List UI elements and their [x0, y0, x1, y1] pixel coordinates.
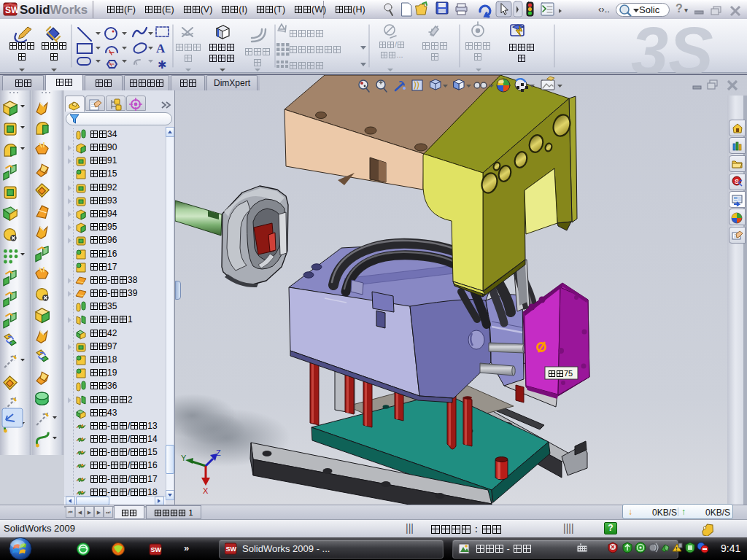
svg-text:SW: SW	[151, 546, 162, 553]
svg-text:S: S	[735, 178, 739, 185]
svg-text:Z: Z	[216, 448, 221, 457]
svg-text:X: X	[203, 486, 209, 495]
svg-text:✱: ✱	[158, 58, 167, 71]
svg-text:SW: SW	[226, 545, 237, 553]
svg-text:‹›..: ‹›..	[598, 4, 610, 15]
svg-text:»: »	[184, 542, 189, 553]
svg-text:Y: Y	[181, 454, 187, 462]
svg-text:SW: SW	[5, 5, 20, 15]
svg-text:!: !	[676, 545, 678, 552]
svg-text:SolidWorks: SolidWorks	[20, 3, 88, 17]
svg-text:A: A	[156, 42, 166, 55]
